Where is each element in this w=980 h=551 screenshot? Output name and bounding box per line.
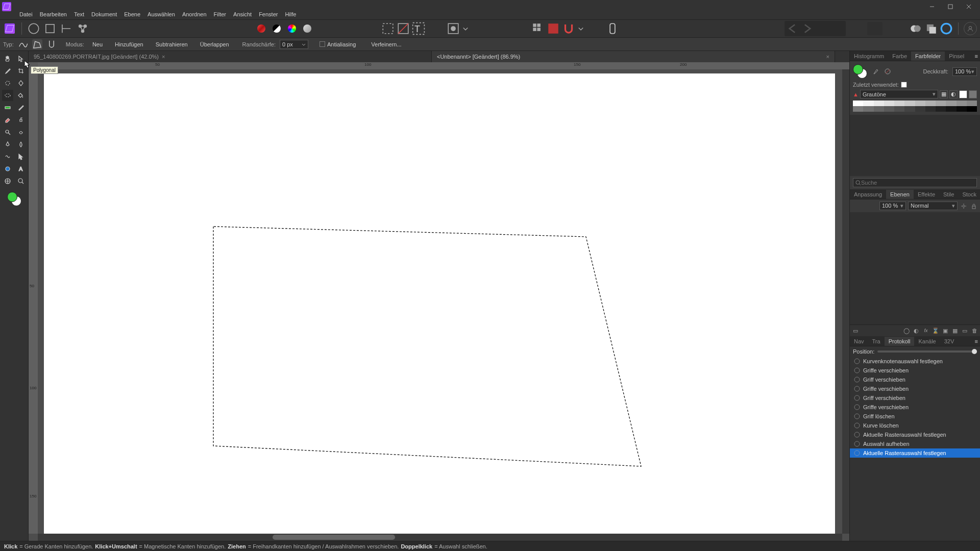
menu-hilfe[interactable]: Hilfe <box>285 11 296 17</box>
swatch[interactable] <box>884 101 894 106</box>
tab-pinsel[interactable]: Pinsel <box>945 52 968 61</box>
bucket-tool-icon[interactable] <box>15 90 27 101</box>
pen-tool-icon[interactable] <box>2 139 13 150</box>
history-item[interactable]: Griffe verschieben <box>850 366 980 375</box>
shape-tool-icon[interactable] <box>2 163 13 174</box>
history-item[interactable]: Kurve löschen <box>850 421 980 430</box>
mask-icon[interactable]: ◯ <box>902 327 911 335</box>
swatch[interactable] <box>853 101 863 106</box>
swatch[interactable] <box>894 106 904 112</box>
recent-swatch[interactable] <box>901 82 907 88</box>
mode-subtrahieren-button[interactable]: Subtrahieren <box>152 40 192 49</box>
mode-ueberlappen-button[interactable]: Überlappen <box>196 40 233 49</box>
swatch[interactable] <box>853 106 863 112</box>
menu-text[interactable]: Text <box>74 11 84 17</box>
drop-tool-icon[interactable] <box>15 139 27 150</box>
brush-tool-icon[interactable] <box>15 102 27 113</box>
history-item[interactable]: Griff verschieben <box>850 393 980 403</box>
canvas-viewport[interactable] <box>38 69 849 534</box>
erase-tool-icon[interactable] <box>2 114 13 126</box>
history-item[interactable]: Griff löschen <box>850 412 980 421</box>
swatch[interactable] <box>946 106 956 112</box>
picker-icon[interactable] <box>871 67 879 76</box>
tab-tra[interactable]: Tra <box>868 337 885 346</box>
swatch[interactable] <box>925 106 936 112</box>
gradient-tool-icon[interactable] <box>2 102 13 113</box>
grid-icon[interactable] <box>531 22 545 35</box>
history-item[interactable]: Aktuelle Rasterauswahl festlegen <box>850 448 980 458</box>
ruler-vertical[interactable]: 50 100 150 <box>29 69 38 534</box>
panel-menu-icon[interactable]: ≡ <box>973 53 980 59</box>
clone-tool-icon[interactable] <box>15 114 27 126</box>
gear-icon[interactable] <box>960 202 968 210</box>
swatch[interactable] <box>863 106 873 112</box>
swatch[interactable] <box>884 106 894 112</box>
lock-icon[interactable] <box>970 202 978 210</box>
tab-32v[interactable]: 32V <box>940 337 959 346</box>
tab-anpassung[interactable]: Anpassung <box>850 190 886 199</box>
close-icon[interactable]: × <box>162 54 165 60</box>
swatch-grid[interactable] <box>853 101 977 112</box>
hand-tool-icon[interactable] <box>2 53 13 64</box>
swatch[interactable] <box>894 101 904 106</box>
blend-mode-select[interactable]: Normal▾ <box>908 202 958 210</box>
menu-auswaehlen[interactable]: Auswählen <box>148 11 175 17</box>
tab-nav[interactable]: Nav <box>850 337 868 346</box>
auto-wb-icon[interactable] <box>301 22 314 35</box>
resource-3-icon[interactable] <box>940 22 953 35</box>
menu-ansicht[interactable]: Ansicht <box>233 11 252 17</box>
antialiasing-checkbox[interactable]: Antialiasing <box>320 41 356 47</box>
liquify-persona-icon[interactable] <box>27 22 40 35</box>
color-picker-tool-icon[interactable] <box>2 65 13 77</box>
select-text-icon[interactable]: T <box>412 22 425 35</box>
quickmask-dropdown-icon[interactable] <box>462 22 469 35</box>
account-icon[interactable] <box>964 22 977 35</box>
new-pixel-icon[interactable]: ▦ <box>951 327 959 335</box>
panel-menu-icon[interactable]: ≡ <box>973 338 980 344</box>
flood-select-tool-icon[interactable] <box>15 78 27 89</box>
auto-colors-icon[interactable] <box>285 22 299 35</box>
healing-tool-icon[interactable] <box>2 151 13 162</box>
swatch[interactable] <box>967 101 977 106</box>
tab-stile[interactable]: Stile <box>939 190 958 199</box>
marquee-tool-icon[interactable] <box>2 90 13 101</box>
snap-icon[interactable] <box>562 22 575 35</box>
swatch[interactable] <box>915 101 925 106</box>
export-persona-icon[interactable] <box>76 22 89 35</box>
swatch[interactable] <box>925 101 936 106</box>
swatch[interactable] <box>904 101 915 106</box>
history-item[interactable]: Auswahl aufheben <box>850 439 980 448</box>
layer-opts-icon[interactable]: ▭ <box>851 327 860 335</box>
document-tab-2[interactable]: <Unbenannt> [Geändert] (86.9%)× <box>432 51 835 62</box>
quickmask-icon[interactable] <box>447 22 460 35</box>
tab-effekte[interactable]: Effekte <box>914 190 939 199</box>
guides-icon[interactable] <box>547 22 560 35</box>
menu-filter[interactable]: Filter <box>214 11 226 17</box>
tab-stock[interactable]: Stock <box>958 190 980 199</box>
menu-fenster[interactable]: Fenster <box>259 11 278 17</box>
history-item[interactable]: Griff verschieben <box>850 375 980 384</box>
document-tab-1[interactable]: 95_140800269.PORTRAIT.jpg [Geändert] (42… <box>29 51 432 62</box>
pal-grey-icon[interactable] <box>969 90 977 98</box>
persona-photo-icon[interactable] <box>3 22 16 35</box>
resource-2-icon[interactable] <box>924 22 938 35</box>
ruler-horizontal[interactable]: 50 100 150 200 <box>38 62 849 69</box>
selection-brush-tool-icon[interactable] <box>2 78 13 89</box>
scrollbar-thumb[interactable] <box>273 535 395 540</box>
zoom-tool-icon[interactable] <box>15 176 27 187</box>
feather-input[interactable]: 0 px <box>280 40 308 49</box>
new-layer-icon[interactable]: ▭ <box>961 327 969 335</box>
develop-persona-icon[interactable] <box>43 22 57 35</box>
swatch[interactable] <box>874 101 884 106</box>
horizontal-scrollbar[interactable] <box>38 534 842 541</box>
tab-kanaele[interactable]: Kanäle <box>914 337 940 346</box>
swatch[interactable] <box>863 101 873 106</box>
type-freehand-icon[interactable] <box>18 39 28 49</box>
layers-list[interactable] <box>850 212 980 324</box>
palette-select[interactable]: Grautöne▾ <box>860 90 938 98</box>
none-icon[interactable] <box>884 67 892 76</box>
swatch[interactable] <box>967 106 977 112</box>
dodge-tool-icon[interactable] <box>2 127 13 138</box>
swatch[interactable] <box>936 106 946 112</box>
fx-icon[interactable]: fx <box>922 327 930 335</box>
